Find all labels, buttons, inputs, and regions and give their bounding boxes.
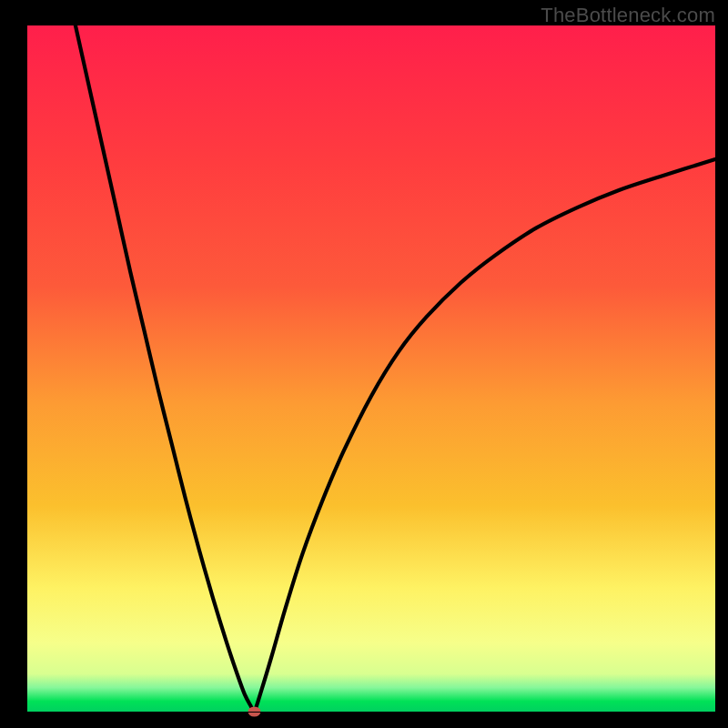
- watermark-text: TheBottleneck.com: [541, 4, 715, 27]
- bottleneck-chart: [0, 0, 728, 728]
- svg-rect-0: [27, 25, 715, 712]
- chart-frame: TheBottleneck.com: [0, 0, 728, 728]
